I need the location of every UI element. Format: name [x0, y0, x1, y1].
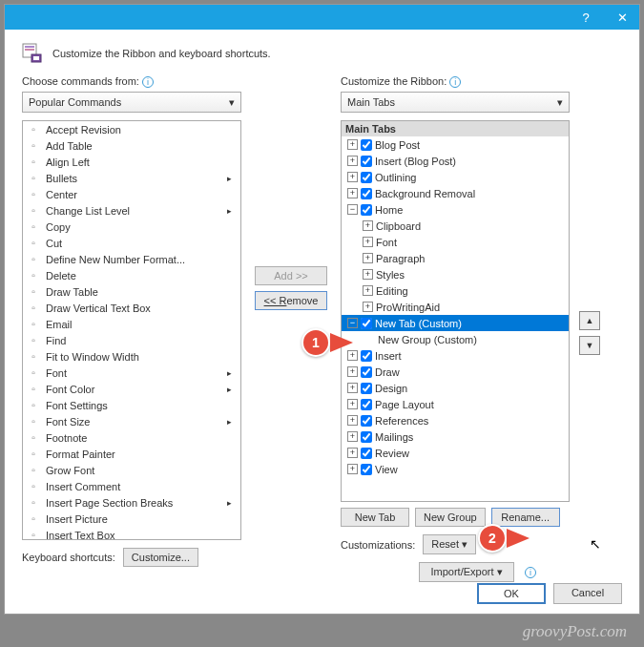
- expand-icon[interactable]: +: [347, 139, 358, 150]
- tree-checkbox[interactable]: [361, 350, 372, 362]
- help-button[interactable]: ?: [576, 8, 595, 27]
- tree-node[interactable]: +Draw: [342, 364, 569, 380]
- list-item[interactable]: ▫Insert Picture: [23, 511, 240, 527]
- list-item[interactable]: ▫Font Size▸: [23, 413, 240, 429]
- list-item[interactable]: ▫Bullets▸: [23, 170, 240, 186]
- tree-node[interactable]: +Paragraph: [342, 250, 569, 266]
- import-export-button[interactable]: Import/Export ▾: [419, 562, 514, 582]
- close-button[interactable]: ✕: [613, 8, 632, 27]
- list-item[interactable]: ▫Copy: [23, 219, 240, 235]
- list-item[interactable]: ▫Insert Page Section Breaks▸: [23, 494, 240, 511]
- list-item[interactable]: ▫Grow Font: [23, 462, 240, 478]
- remove-button[interactable]: << Remove: [255, 291, 327, 310]
- tree-node[interactable]: +Mailings: [342, 428, 569, 445]
- tree-node[interactable]: +Clipboard: [342, 218, 569, 234]
- add-button[interactable]: Add >>: [255, 266, 327, 285]
- list-item[interactable]: ▫Font Settings: [23, 397, 240, 413]
- expand-icon[interactable]: +: [363, 285, 373, 296]
- expand-icon[interactable]: +: [347, 383, 358, 393]
- tree-node[interactable]: +Styles: [342, 266, 569, 282]
- tree-checkbox[interactable]: [361, 156, 372, 167]
- customize-shortcuts-button[interactable]: Customize...: [123, 548, 198, 567]
- expand-icon[interactable]: +: [363, 269, 373, 280]
- list-item[interactable]: ▫Center: [23, 186, 240, 202]
- ok-button[interactable]: OK: [477, 583, 546, 604]
- reset-button[interactable]: Reset ▾: [423, 534, 476, 554]
- expand-icon[interactable]: +: [347, 415, 358, 426]
- expand-icon[interactable]: +: [363, 302, 373, 312]
- list-item[interactable]: ▫Format Painter: [23, 446, 240, 462]
- tree-node[interactable]: +Outlining: [342, 169, 569, 185]
- tree-node[interactable]: +View: [342, 461, 569, 477]
- list-item[interactable]: ▫Cut: [23, 235, 240, 251]
- tree-node[interactable]: +Background Removal: [342, 185, 569, 201]
- expand-icon[interactable]: +: [363, 220, 373, 231]
- tree-checkbox[interactable]: [361, 448, 372, 459]
- tree-checkbox[interactable]: [361, 415, 372, 427]
- list-item[interactable]: ▫Font Color▸: [23, 381, 240, 397]
- list-item[interactable]: ▫Align Left: [23, 154, 240, 170]
- expand-icon[interactable]: +: [347, 431, 358, 442]
- info-icon[interactable]: i: [142, 76, 154, 88]
- info-icon[interactable]: i: [449, 76, 461, 88]
- list-item[interactable]: ▫Delete: [23, 267, 240, 283]
- list-item[interactable]: ▫Change List Level▸: [23, 202, 240, 219]
- new-group-button[interactable]: New Group: [415, 508, 486, 527]
- tree-node[interactable]: +Blog Post: [342, 136, 569, 153]
- commands-from-combo[interactable]: Popular Commands▾: [22, 92, 241, 113]
- tree-node[interactable]: +Editing: [342, 282, 569, 299]
- expand-icon[interactable]: +: [347, 448, 358, 458]
- list-item[interactable]: ▫Footnote: [23, 429, 240, 446]
- info-icon[interactable]: i: [525, 567, 536, 578]
- expand-icon[interactable]: +: [347, 399, 358, 409]
- expand-icon[interactable]: −: [347, 318, 358, 328]
- tree-checkbox[interactable]: [361, 188, 372, 199]
- cancel-button[interactable]: Cancel: [553, 583, 622, 604]
- customize-ribbon-combo[interactable]: Main Tabs▾: [341, 92, 570, 113]
- tree-checkbox[interactable]: [361, 172, 372, 183]
- tree-checkbox[interactable]: [361, 366, 372, 378]
- tree-node[interactable]: New Group (Custom): [342, 331, 569, 347]
- tree-node[interactable]: +ProWritingAid: [342, 299, 569, 315]
- tree-node[interactable]: +Design: [342, 380, 569, 396]
- tree-checkbox[interactable]: [361, 139, 372, 151]
- ribbon-tree[interactable]: Main Tabs +Blog Post+Insert (Blog Post)+…: [341, 120, 570, 502]
- move-down-button[interactable]: ▼: [579, 336, 600, 355]
- tree-checkbox[interactable]: [361, 318, 372, 329]
- expand-icon[interactable]: +: [347, 188, 358, 198]
- list-item[interactable]: ▫Draw Table: [23, 283, 240, 300]
- tree-node[interactable]: +Review: [342, 445, 569, 461]
- tree-checkbox[interactable]: [361, 399, 372, 410]
- tree-node[interactable]: +Insert (Blog Post): [342, 153, 569, 169]
- rename-button[interactable]: Rename...: [491, 508, 560, 527]
- list-item[interactable]: ▫Draw Vertical Text Box: [23, 300, 240, 316]
- tree-node[interactable]: +References: [342, 412, 569, 428]
- tree-node[interactable]: +Page Layout: [342, 396, 569, 412]
- list-item[interactable]: ▫Insert Comment: [23, 478, 240, 494]
- tree-checkbox[interactable]: [361, 383, 372, 394]
- tree-checkbox[interactable]: [361, 204, 372, 216]
- expand-icon[interactable]: +: [347, 172, 358, 182]
- expand-icon[interactable]: +: [347, 464, 358, 474]
- expand-icon[interactable]: +: [363, 253, 373, 263]
- list-item[interactable]: ▫Fit to Window Width: [23, 348, 240, 365]
- tree-checkbox[interactable]: [361, 431, 372, 443]
- list-item[interactable]: ▫Add Table: [23, 137, 240, 154]
- list-item[interactable]: ▫Accept Revision: [23, 121, 240, 137]
- expand-icon[interactable]: +: [363, 237, 373, 247]
- tree-node[interactable]: +Font: [342, 234, 569, 250]
- tree-checkbox[interactable]: [361, 464, 372, 475]
- tree-node[interactable]: −New Tab (Custom): [342, 315, 569, 331]
- list-item[interactable]: ▫Font▸: [23, 365, 240, 381]
- expand-icon[interactable]: +: [347, 156, 358, 166]
- list-item[interactable]: ▫Define New Number Format...: [23, 251, 240, 267]
- tree-node[interactable]: +Insert: [342, 347, 569, 364]
- move-up-button[interactable]: ▲: [579, 311, 600, 330]
- tree-node[interactable]: −Home: [342, 201, 569, 218]
- list-item[interactable]: ▫Insert Text Box: [23, 527, 240, 540]
- new-tab-button[interactable]: New Tab: [341, 508, 409, 527]
- list-item[interactable]: ▫Find: [23, 332, 240, 348]
- commands-listbox[interactable]: ▫Accept Revision▫Add Table▫Align Left▫Bu…: [22, 120, 241, 540]
- list-item[interactable]: ▫Email: [23, 316, 240, 332]
- expand-icon[interactable]: +: [347, 366, 358, 377]
